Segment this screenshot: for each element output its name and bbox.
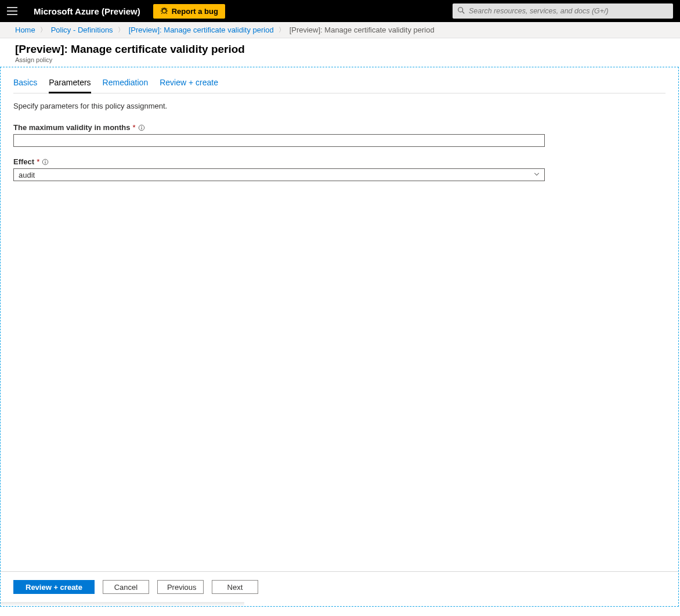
svg-point-1 bbox=[458, 7, 463, 12]
chevron-right-icon: 〉 bbox=[278, 26, 285, 34]
footer-bar: Review + create Cancel Previous Next bbox=[1, 571, 678, 602]
info-icon[interactable] bbox=[138, 124, 145, 131]
hamburger-icon[interactable] bbox=[7, 7, 17, 15]
tab-review-create[interactable]: Review + create bbox=[160, 74, 218, 93]
svg-point-4 bbox=[141, 126, 142, 127]
field-max-validity: The maximum validity in months * bbox=[13, 123, 545, 147]
search-input[interactable] bbox=[465, 7, 668, 15]
intro-text: Specify parameters for this policy assig… bbox=[13, 102, 665, 110]
footer-shadow bbox=[1, 602, 244, 606]
breadcrumb-home[interactable]: Home bbox=[15, 26, 35, 34]
report-bug-button[interactable]: Report a bug bbox=[153, 4, 225, 19]
required-indicator: * bbox=[133, 123, 136, 132]
svg-point-0 bbox=[162, 9, 166, 13]
page-subtitle: Assign policy bbox=[15, 56, 665, 63]
svg-point-7 bbox=[45, 160, 46, 161]
bug-icon bbox=[160, 6, 172, 16]
review-create-button[interactable]: Review + create bbox=[13, 580, 95, 594]
breadcrumb-preview-manage[interactable]: [Preview]: Manage certificate validity p… bbox=[129, 26, 274, 34]
breadcrumb-policy-definitions[interactable]: Policy - Definitions bbox=[51, 26, 113, 34]
svg-rect-8 bbox=[45, 161, 46, 164]
chevron-right-icon: 〉 bbox=[40, 26, 46, 34]
svg-line-2 bbox=[462, 11, 465, 13]
field-effect: Effect * audit bbox=[13, 157, 545, 181]
max-validity-label: The maximum validity in months bbox=[13, 123, 131, 132]
max-validity-input[interactable] bbox=[13, 134, 545, 147]
previous-button[interactable]: Previous bbox=[157, 580, 204, 594]
top-bar: Microsoft Azure (Preview) Report a bug bbox=[0, 0, 680, 22]
page-title: [Preview]: Manage certificate validity p… bbox=[15, 43, 665, 56]
effect-label: Effect bbox=[13, 157, 34, 166]
tabs: Basics Parameters Remediation Review + c… bbox=[13, 74, 665, 93]
svg-rect-5 bbox=[141, 127, 142, 129]
tab-remediation[interactable]: Remediation bbox=[103, 74, 149, 93]
brand-title: Microsoft Azure (Preview) bbox=[34, 6, 140, 16]
content-panel: Basics Parameters Remediation Review + c… bbox=[0, 67, 679, 607]
required-indicator: * bbox=[37, 157, 39, 166]
report-bug-label: Report a bug bbox=[172, 7, 218, 16]
next-button[interactable]: Next bbox=[212, 580, 258, 594]
global-search[interactable] bbox=[453, 3, 673, 19]
tab-parameters[interactable]: Parameters bbox=[49, 74, 91, 93]
effect-value: audit bbox=[19, 171, 35, 179]
page-header: [Preview]: Manage certificate validity p… bbox=[0, 38, 680, 67]
info-icon[interactable] bbox=[42, 158, 49, 165]
cancel-button[interactable]: Cancel bbox=[103, 580, 149, 594]
tab-basics[interactable]: Basics bbox=[13, 74, 37, 93]
breadcrumb: Home 〉 Policy - Definitions 〉 [Preview]:… bbox=[0, 22, 680, 38]
chevron-right-icon: 〉 bbox=[118, 26, 124, 34]
breadcrumb-current: [Preview]: Manage certificate validity p… bbox=[290, 26, 435, 34]
effect-select[interactable]: audit bbox=[13, 168, 545, 181]
search-icon bbox=[457, 6, 465, 16]
